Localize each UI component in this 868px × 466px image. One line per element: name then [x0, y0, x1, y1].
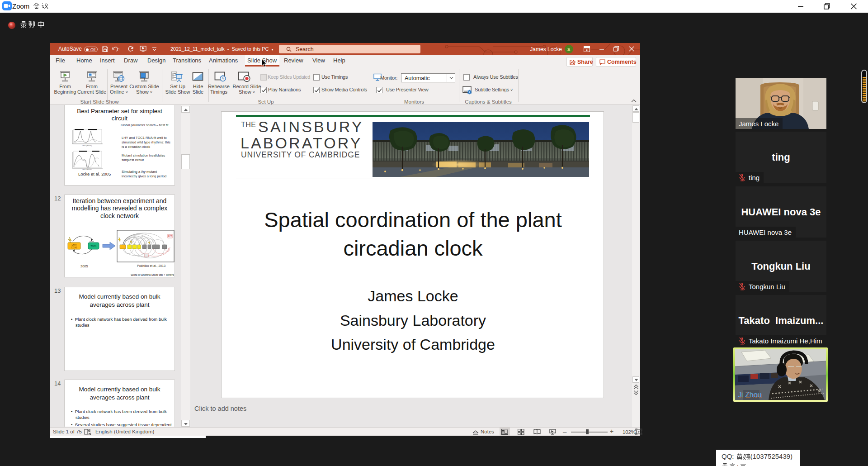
- svg-text:LHY/: LHY/: [71, 243, 77, 246]
- svg-text:CCA1: CCA1: [71, 246, 77, 249]
- svg-text:TOC1: TOC1: [90, 245, 96, 247]
- svg-text:EC?: EC?: [168, 235, 172, 238]
- svg-text::: :: [737, 463, 739, 466]
- svg-text:Time (Hours): Time (Hours): [82, 145, 92, 147]
- svg-text:Time (Hours): Time (Hours): [82, 169, 92, 170]
